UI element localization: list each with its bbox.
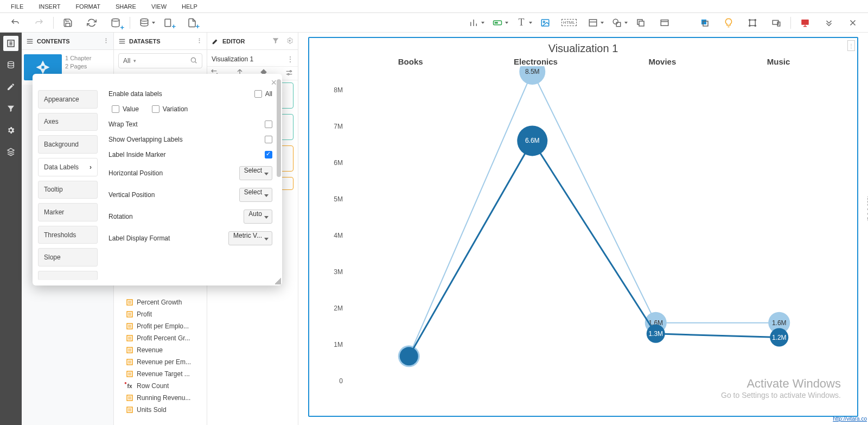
checkbox-value[interactable]: [112, 105, 119, 113]
svg-text:6M: 6M: [334, 159, 343, 167]
close-button[interactable]: [845, 15, 860, 30]
metric-item[interactable]: Revenue per Em...: [114, 356, 207, 368]
checkbox-variation[interactable]: [152, 105, 159, 113]
menu-file[interactable]: FILE: [3, 3, 31, 10]
fx-icon: fx●: [126, 382, 133, 390]
svg-point-23: [8, 61, 14, 64]
menu-bar: FILE INSERT FORMAT SHARE VIEW HELP: [0, 0, 868, 13]
redo-button[interactable]: [31, 15, 47, 30]
toolbar-separator: [790, 17, 791, 29]
refresh-button[interactable]: [84, 15, 99, 30]
container-button[interactable]: [657, 15, 672, 30]
image-button[interactable]: [538, 15, 553, 30]
html-button[interactable]: HTML: [561, 15, 577, 30]
rail-filter-icon[interactable]: [3, 101, 18, 116]
svg-text:2M: 2M: [334, 305, 343, 312]
tab-tooltip[interactable]: Tooltip: [38, 181, 98, 199]
search-icon[interactable]: [190, 56, 197, 66]
tab-marker[interactable]: Marker: [38, 203, 98, 221]
menu-help[interactable]: HELP: [174, 3, 205, 10]
panel-dropdown[interactable]: [585, 15, 601, 30]
metric-item[interactable]: Revenue Target ...: [114, 368, 207, 380]
viz-kebab-icon[interactable]: ⋮: [847, 40, 855, 51]
hpos-label: Horizontal Position: [108, 169, 239, 177]
tab-partial[interactable]: [38, 271, 98, 280]
add-page-button[interactable]: +: [184, 15, 200, 30]
watermark-sub: Go to Settings to activate Windows.: [721, 391, 841, 399]
metric-item[interactable]: Percent Growth: [114, 296, 207, 308]
visualization-card[interactable]: ⋮ Visualization 1 Books Electronics Movi…: [308, 37, 858, 417]
vendor-link[interactable]: http://vitara.co: [833, 416, 867, 422]
menu-share[interactable]: SHARE: [108, 3, 144, 10]
add-chapter-button[interactable]: +: [161, 15, 176, 30]
datasets-filter-dropdown[interactable]: All ▾: [118, 53, 202, 68]
rail-gear-icon[interactable]: [3, 123, 18, 138]
metric-label: Running Revenu...: [137, 394, 190, 402]
metric-item[interactable]: Running Revenu...: [114, 392, 207, 404]
tab-thresholds[interactable]: Thresholds: [38, 226, 98, 244]
checkbox-overlap[interactable]: [265, 136, 272, 143]
toolbar: + + + T HTML: [0, 13, 868, 33]
sliders-icon[interactable]: [285, 68, 295, 78]
filter-tab-icon[interactable]: [272, 37, 279, 46]
wrap-text-label: Wrap Text: [108, 120, 265, 128]
scrollbar-thumb[interactable]: [277, 79, 281, 177]
metric-item[interactable]: Units Sold: [114, 404, 207, 416]
overlap-button[interactable]: [697, 15, 712, 30]
undo-button[interactable]: [8, 15, 23, 30]
metric-label: Revenue per Em...: [137, 358, 191, 366]
gear-tab-icon[interactable]: [286, 37, 293, 46]
checkbox-wrap[interactable]: [265, 120, 272, 128]
select-vpos[interactable]: Select: [239, 188, 272, 202]
svg-point-36: [288, 73, 289, 75]
menu-format[interactable]: FORMAT: [68, 3, 108, 10]
tab-data-labels[interactable]: Data Labels›: [38, 158, 98, 176]
data-button[interactable]: +: [108, 15, 123, 30]
status-dropdown[interactable]: [490, 15, 505, 30]
select-format[interactable]: Metric V...: [228, 231, 272, 245]
insights-button[interactable]: [721, 15, 736, 30]
resize-handle[interactable]: [275, 278, 281, 284]
category-label: Music: [767, 57, 790, 66]
metric-item[interactable]: Revenue: [114, 344, 207, 356]
rotation-label: Rotation: [108, 213, 244, 220]
select-hpos[interactable]: Select: [239, 166, 272, 180]
category-label: Electronics: [514, 57, 558, 66]
rail-layers-icon[interactable]: [3, 144, 18, 160]
contents-more-icon[interactable]: ⋮: [103, 37, 109, 45]
tab-background[interactable]: Background: [38, 135, 98, 154]
duplicate-button[interactable]: [633, 15, 648, 30]
chart-type-dropdown[interactable]: [466, 15, 481, 30]
presentation-button[interactable]: [797, 15, 813, 30]
rail-data-icon[interactable]: [3, 58, 18, 73]
svg-text:3M: 3M: [334, 268, 343, 276]
save-button[interactable]: [60, 15, 75, 30]
shape-dropdown[interactable]: [609, 15, 624, 30]
rail-edit-icon[interactable]: [3, 79, 18, 94]
svg-rect-9: [616, 22, 621, 27]
menu-insert[interactable]: INSERT: [31, 3, 68, 10]
metric-icon: [126, 299, 133, 306]
checkbox-inside-marker[interactable]: [265, 151, 272, 158]
datasets-more-icon[interactable]: ⋮: [196, 37, 202, 45]
modal-body: Enable data labels All Value Variation W…: [103, 74, 282, 286]
bounds-button[interactable]: [745, 15, 760, 30]
metric-icon: [126, 334, 133, 342]
metric-item[interactable]: fx●Row Count: [114, 380, 207, 392]
tab-appearance[interactable]: Appearance: [38, 90, 98, 109]
collapse-down-icon[interactable]: [821, 15, 837, 30]
menu-view[interactable]: VIEW: [144, 3, 174, 10]
text-dropdown[interactable]: T: [514, 15, 529, 30]
metric-item[interactable]: Profit per Emplo...: [114, 320, 207, 332]
metric-item[interactable]: Profit Percent Gr...: [114, 332, 207, 344]
tab-slope[interactable]: Slope: [38, 248, 98, 267]
metric-label: Percent Growth: [137, 299, 182, 306]
rail-contents-icon[interactable]: [3, 36, 18, 51]
responsive-button[interactable]: [769, 15, 784, 30]
select-rotation[interactable]: Auto: [244, 210, 272, 224]
database-dropdown[interactable]: [137, 15, 152, 30]
metric-item[interactable]: Profit: [114, 308, 207, 320]
tab-axes[interactable]: Axes: [38, 113, 98, 131]
checkbox-all[interactable]: [254, 90, 262, 98]
viz-more-icon[interactable]: ⋮: [287, 55, 293, 63]
